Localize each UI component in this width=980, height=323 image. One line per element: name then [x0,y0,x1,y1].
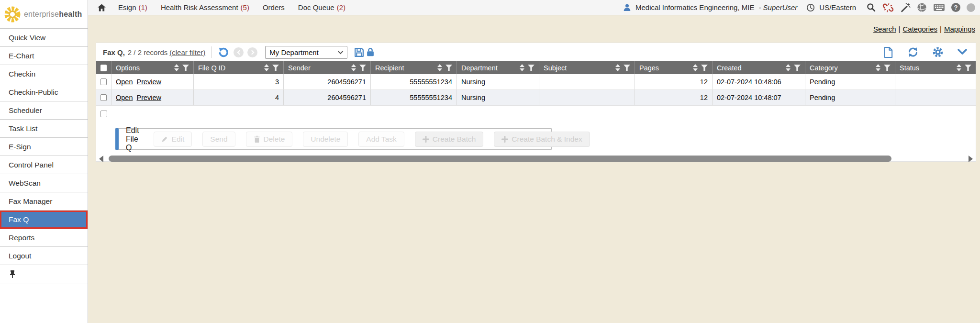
preview-link[interactable]: Preview [136,94,161,101]
column-header-created[interactable]: Created [713,61,805,74]
filter-icon[interactable] [445,65,452,71]
sort-icon[interactable] [351,64,356,71]
open-link[interactable]: Open [116,78,133,86]
scrollbar-thumb[interactable] [109,156,891,162]
sort-icon[interactable] [693,64,698,71]
open-link[interactable]: Open [116,94,133,101]
filter-icon[interactable] [624,65,630,71]
sidebar-item-e-sign[interactable]: E-Sign [0,138,88,156]
avatar-circle-icon[interactable] [967,3,975,12]
record-count: 2 / 2 records [128,48,167,56]
enterprise-health-sun-icon [4,6,21,23]
create-batch-index-button[interactable]: Create Batch & Index [494,132,590,147]
save-icon[interactable] [353,46,365,58]
column-header-options[interactable]: Options [111,61,194,74]
sidebar-item-webscan[interactable]: WebScan [0,174,88,192]
edit-file-q-title: Edit File Q [126,126,139,152]
sidebar-item-quick-view[interactable]: Quick View [0,29,88,47]
sidebar-item-control-panel[interactable]: Control Panel [0,156,88,174]
clock-icon[interactable] [806,3,815,12]
sort-icon[interactable] [264,64,269,71]
delete-button[interactable]: Delete [246,132,293,147]
search-link[interactable]: Search [873,25,896,33]
row-checkbox[interactable] [100,78,107,85]
sidebar-item-logout[interactable]: Logout [0,247,88,265]
wand-icon[interactable] [900,2,911,13]
pages-cell: 12 [635,90,713,105]
sidebar-item-checkin-public[interactable]: Checkin-Public [0,83,88,101]
sidebar-item-task-list[interactable]: Task List [0,120,88,138]
row-checkbox[interactable] [100,111,107,117]
column-header-sender[interactable]: Sender [284,61,371,74]
nav-health-risk-assessment[interactable]: Health Risk Assessment(5) [161,3,249,11]
mappings-link[interactable]: Mappings [944,25,975,33]
undelete-button[interactable]: Undelete [303,132,348,147]
column-header-department[interactable]: Department [457,61,539,74]
prev-page-button[interactable] [234,47,244,57]
sidebar-item-checkin[interactable]: Checkin [0,65,88,83]
filter-icon[interactable] [701,65,708,71]
undo-icon[interactable] [217,46,230,58]
department-select[interactable]: My Department [265,46,347,59]
collapse-chevron-icon[interactable] [957,48,968,56]
send-button[interactable]: Send [202,132,235,147]
clear-filter-link[interactable]: (clear filter) [169,48,205,56]
sidebar-item-e-chart[interactable]: E-Chart [0,47,88,65]
sidebar-item-reports[interactable]: Reports [0,229,88,247]
sort-icon[interactable] [876,64,880,71]
sidebar-item-scheduler[interactable]: Scheduler [0,101,88,120]
column-header-subject[interactable]: Subject [539,61,635,74]
lock-icon[interactable] [365,46,376,58]
sort-icon[interactable] [520,64,524,71]
row-checkbox[interactable] [100,94,107,101]
nav-esign[interactable]: Esign(1) [118,3,147,11]
sort-icon[interactable] [786,64,791,71]
sidebar-item-fax-manager[interactable]: Fax Manager [0,192,88,211]
sidebar-item-fax-q-active[interactable]: Fax Q [0,211,88,229]
preview-link[interactable]: Preview [136,78,161,86]
add-task-button[interactable]: Add Task [358,132,404,147]
column-header-recipient[interactable]: Recipient [371,61,457,74]
filter-icon[interactable] [182,65,189,71]
broken-link-icon[interactable] [882,2,894,13]
scroll-left-arrow[interactable] [99,156,103,162]
sort-icon[interactable] [437,64,442,71]
nav-orders[interactable]: Orders [263,3,285,11]
sort-icon[interactable] [957,64,961,71]
next-page-button[interactable] [247,47,257,57]
new-document-icon[interactable] [883,46,894,58]
column-header-pages[interactable]: Pages [635,61,713,74]
department-cell: Nursing [457,90,539,105]
filter-icon[interactable] [965,65,971,71]
select-all-checkbox[interactable] [100,65,107,71]
help-icon[interactable]: ? [951,3,960,12]
refresh-icon[interactable] [907,46,919,58]
filter-icon[interactable] [359,65,366,71]
timezone-label[interactable]: US/Eastern [819,3,856,11]
nav-doc-queue[interactable]: Doc Queue(2) [298,3,345,11]
search-icon[interactable] [866,2,876,12]
create-batch-button[interactable]: Create Batch [415,132,483,147]
column-header-category[interactable]: Category [805,61,895,74]
file-q-id-cell: 4 [194,90,284,105]
sort-icon[interactable] [615,64,620,71]
main-area: Search|Categories|Mappings Fax Q, 2 / 2 … [88,15,980,323]
filter-icon[interactable] [272,65,279,71]
filter-icon[interactable] [528,65,535,71]
table-row: OpenPreview 4 2604596271 55555551234 Nur… [96,90,976,106]
sort-icon[interactable] [174,64,179,71]
scroll-right-arrow[interactable] [969,156,973,162]
filter-icon[interactable] [884,65,891,71]
topbar-right: Medical Informatics Engineering, MIE - S… [623,2,975,13]
categories-link[interactable]: Categories [903,25,938,33]
home-icon[interactable] [97,3,107,12]
column-header-file-q-id[interactable]: File Q ID [194,61,284,74]
sender-cell: 2604596271 [284,74,371,89]
column-header-status[interactable]: Status [895,61,976,74]
edit-button[interactable]: Edit [154,132,192,147]
filter-icon[interactable] [794,65,801,71]
pin-icon[interactable] [9,270,16,278]
globe-icon[interactable] [917,2,927,12]
keyboard-icon[interactable] [933,3,945,12]
gear-icon[interactable] [932,46,944,58]
